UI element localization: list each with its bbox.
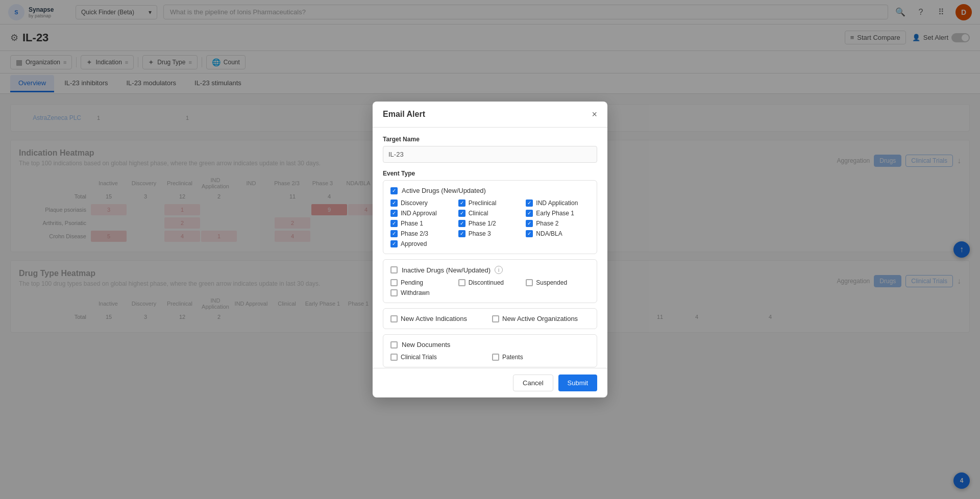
cb-preclinical-label: Preclinical [469, 199, 497, 207]
cb-phase12-check[interactable] [458, 220, 465, 227]
modal-close-button[interactable]: × [592, 110, 597, 119]
cb-phase2-check[interactable] [526, 220, 533, 227]
cb-phase3: Phase 3 [458, 230, 522, 237]
cb-withdrawn-label: Withdrawn [401, 289, 430, 296]
inactive-drugs-checkbox[interactable] [390, 266, 398, 273]
new-active-grid: New Active Indications New Active Organi… [390, 315, 590, 322]
cb-ind-approval-check[interactable] [390, 210, 398, 217]
active-drugs-label: Active Drugs (New/Updated) [402, 187, 486, 194]
cb-clinical-check[interactable] [458, 210, 465, 217]
cb-suspended: Suspended [526, 279, 590, 286]
cb-discovery-check[interactable] [390, 199, 398, 207]
active-drugs-checkbox[interactable] [390, 187, 398, 194]
cb-ind-approval: IND Approval [390, 210, 454, 217]
cb-discontinued: Discontinued [458, 279, 522, 286]
cb-phase2-label: Phase 2 [536, 220, 558, 227]
cb-ind-application-label: IND Application [536, 199, 578, 207]
cb-clinical-label: Clinical [469, 210, 488, 217]
modal-overlay[interactable]: Email Alert × Target Name Event Type Act… [0, 0, 980, 499]
new-documents-section: New Documents Clinical Trials Patents [383, 334, 597, 367]
cb-clinical-trials-label: Clinical Trials [401, 354, 437, 361]
modal-body: Target Name Event Type Active Drugs (New… [373, 128, 607, 368]
cb-discontinued-label: Discontinued [469, 279, 504, 286]
cb-approved: Approved [390, 240, 454, 247]
cb-withdrawn: Withdrawn [390, 289, 454, 296]
cb-discovery-label: Discovery [401, 199, 428, 207]
modal-footer: Cancel Submit [373, 368, 607, 397]
cb-pending-check[interactable] [390, 279, 398, 286]
cb-ind-application: IND Application [526, 199, 590, 207]
new-active-indications-label: New Active Indications [401, 315, 467, 322]
cb-early-phase1-label: Early Phase 1 [536, 210, 574, 217]
cb-phase12-label: Phase 1/2 [469, 220, 496, 227]
new-active-indications-checkbox[interactable] [390, 315, 398, 322]
cb-phase3-check[interactable] [458, 230, 465, 237]
email-alert-modal: Email Alert × Target Name Event Type Act… [373, 102, 607, 397]
cb-pending-label: Pending [401, 279, 423, 286]
event-type-label: Event Type [383, 170, 597, 177]
inactive-drugs-section: Inactive Drugs (New/Updated) i Pending D… [383, 259, 597, 303]
cb-suspended-label: Suspended [536, 279, 567, 286]
cb-ind-application-check[interactable] [526, 199, 533, 207]
cb-ind-approval-label: IND Approval [401, 210, 437, 217]
modal-title: Email Alert [383, 110, 425, 119]
active-drugs-header: Active Drugs (New/Updated) [390, 187, 590, 194]
cb-clinical: Clinical [458, 210, 522, 217]
cb-preclinical: Preclinical [458, 199, 522, 207]
cb-ndabla-check[interactable] [526, 230, 533, 237]
target-name-input[interactable] [383, 146, 597, 163]
cb-early-phase1: Early Phase 1 [526, 210, 590, 217]
new-active-organizations-item: New Active Organizations [492, 315, 590, 322]
cb-patents: Patents [492, 354, 590, 361]
cb-phase1-label: Phase 1 [401, 220, 423, 227]
cb-phase2: Phase 2 [526, 220, 590, 227]
cb-discovery: Discovery [390, 199, 454, 207]
new-active-organizations-checkbox[interactable] [492, 315, 499, 322]
cb-approved-check[interactable] [390, 240, 398, 247]
inactive-drugs-label: Inactive Drugs (New/Updated) [402, 266, 491, 274]
cb-preclinical-check[interactable] [458, 199, 465, 207]
new-active-section: New Active Indications New Active Organi… [383, 308, 597, 329]
new-active-indications-item: New Active Indications [390, 315, 488, 322]
target-name-label: Target Name [383, 136, 597, 143]
cancel-button[interactable]: Cancel [513, 375, 553, 391]
cb-phase23-label: Phase 2/3 [401, 230, 428, 237]
new-documents-checkboxes: Clinical Trials Patents [390, 354, 590, 361]
cb-patents-check[interactable] [492, 354, 499, 361]
cb-phase12: Phase 1/2 [458, 220, 522, 227]
cb-phase23: Phase 2/3 [390, 230, 454, 237]
cb-phase1-check[interactable] [390, 220, 398, 227]
cb-ndabla-label: NDA/BLA [536, 230, 562, 237]
cb-phase23-check[interactable] [390, 230, 398, 237]
inactive-drugs-checkboxes: Pending Discontinued Suspended Withdrawn [390, 279, 590, 296]
inactive-drugs-header: Inactive Drugs (New/Updated) i [390, 266, 590, 274]
cb-discontinued-check[interactable] [458, 279, 465, 286]
active-drugs-checkboxes: Discovery Preclinical IND Application IN… [390, 199, 590, 247]
cb-withdrawn-check[interactable] [390, 289, 398, 296]
cb-ndabla: NDA/BLA [526, 230, 590, 237]
cb-clinical-trials-check[interactable] [390, 354, 398, 361]
cb-phase1: Phase 1 [390, 220, 454, 227]
new-documents-header: New Documents [390, 341, 590, 348]
modal-header: Email Alert × [373, 102, 607, 128]
inactive-drugs-info-icon[interactable]: i [495, 266, 503, 274]
submit-button[interactable]: Submit [558, 375, 597, 391]
new-documents-label: New Documents [402, 341, 450, 348]
cb-approved-label: Approved [401, 240, 427, 247]
cb-clinical-trials: Clinical Trials [390, 354, 488, 361]
cb-pending: Pending [390, 279, 454, 286]
cb-phase3-label: Phase 3 [469, 230, 491, 237]
cb-early-phase1-check[interactable] [526, 210, 533, 217]
new-documents-checkbox[interactable] [390, 341, 398, 348]
cb-patents-label: Patents [502, 354, 523, 361]
new-active-organizations-label: New Active Organizations [502, 315, 578, 322]
target-name-section: Target Name [383, 136, 597, 163]
cb-suspended-check[interactable] [526, 279, 533, 286]
active-drugs-section: Active Drugs (New/Updated) Discovery Pre… [383, 180, 597, 254]
